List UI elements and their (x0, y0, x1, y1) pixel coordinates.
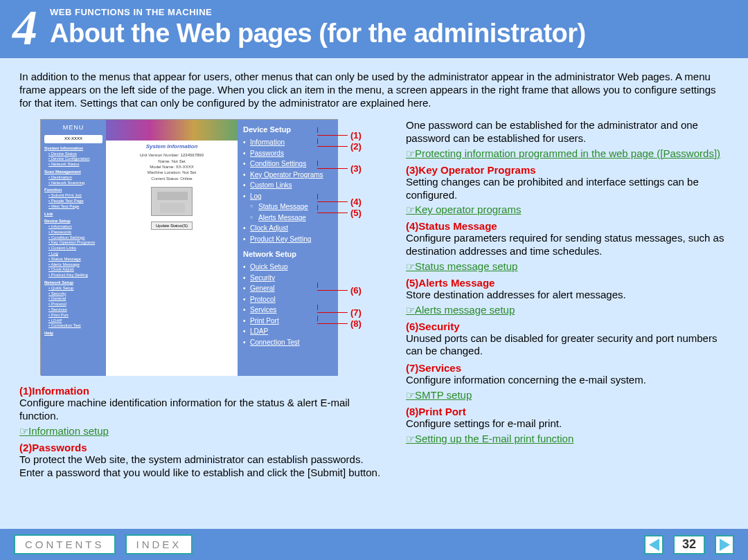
mini-sidebar-item: • Status Message (44, 257, 103, 262)
left-item-title-0: (1)Information (19, 385, 386, 397)
callout-2: (2) (317, 141, 362, 152)
right-item-link-1[interactable]: ☞Status message setup (406, 260, 517, 272)
right-item-body-4: Configure information concerning the e-m… (406, 374, 729, 387)
link-protecting-passwords[interactable]: ☞Protecting information programmed in th… (406, 147, 720, 159)
mini-sidebar-item: • LDAP (44, 318, 103, 324)
callout-1: (1) (317, 130, 362, 141)
right-item-title-2: (5)Alerts Message (406, 277, 729, 289)
mini-sidebar-item: • Destination (44, 175, 103, 181)
index-button[interactable]: INDEX (125, 534, 193, 554)
left-item-body-1: To protect the Web site, the system admi… (19, 453, 386, 480)
mini-sidebar-section: System Information (44, 146, 103, 152)
mini-main-frame: System Information Unit Version Number: … (106, 120, 238, 376)
right-item-link-0[interactable]: ☞Key operator programs (406, 204, 521, 215)
left-column: MENU XX-XXXX System Information• Device … (19, 119, 386, 481)
right-item-body-2: Store destination addresses for alert me… (406, 289, 729, 302)
mini-sidebar-item: • Information (44, 224, 103, 230)
right-column: One password can be established for the … (406, 119, 729, 481)
mini-sidebar-section: Network Setup (44, 280, 103, 286)
page-title: About the Web pages (for the administrat… (50, 19, 748, 48)
contents-button[interactable]: CONTENTS (14, 534, 116, 554)
mini-info-line: Model Name: XX-XXXX (113, 164, 231, 170)
mini-sidebar-section: Scan Management (44, 170, 103, 175)
mini-sidebar-item: • Log (44, 251, 103, 257)
mini-sidebar-item: • Web Test Page (44, 204, 103, 210)
mini-model-box: XX-XXXX (44, 135, 103, 143)
triangle-left-icon (649, 539, 659, 551)
mini-sidebar-item: • General (44, 296, 103, 302)
mini-sidebar-item: • Services (44, 307, 103, 313)
ds-item: Clock Adjust (243, 223, 332, 234)
mini-update-status-button: Update Status(S) (151, 222, 193, 230)
mini-system-info-label: System Information (106, 141, 238, 152)
ns-item: Quick Setup (243, 262, 332, 273)
page-number: 32 (673, 535, 705, 554)
right-item-title-4: (7)Services (406, 362, 729, 374)
right-item-title-5: (8)Print Port (406, 406, 729, 417)
mini-sidebar-section: Device Setup (44, 219, 103, 224)
mini-sidebar-item: • Device Configuration (44, 156, 103, 162)
left-item-link-0[interactable]: ☞Information setup (19, 425, 109, 437)
mini-info-line: Name: Not Set (113, 159, 231, 164)
prev-page-button[interactable] (644, 535, 664, 554)
mini-sidebar-item: • Quick Setup (44, 286, 103, 291)
callout-4: (4) (317, 197, 362, 207)
right-item-link-4[interactable]: ☞SMTP setup (406, 389, 472, 401)
mini-sidebar-item: • Custom Links (44, 246, 103, 251)
right-item-title-0: (3)Key Operator Programs (406, 164, 729, 176)
admin-webpage-screenshot: MENU XX-XXXX System Information• Device … (40, 119, 338, 375)
mini-sidebar-section: Help (44, 331, 103, 336)
ns-item: Security (243, 273, 332, 284)
right-item-link-5[interactable]: ☞Setting up the E-mail print function (406, 433, 573, 444)
mini-sidebar-item: • Network Status (44, 162, 103, 168)
mini-sidebar-item: • Security (44, 291, 103, 297)
mini-sidebar-section: Link (44, 212, 103, 217)
mini-sidebar-item: • Connection Test (44, 323, 103, 329)
chapter-number: 4 (0, 3, 50, 53)
mini-sidebar-item: • Condition Settings (44, 235, 103, 241)
mini-info-lines: Unit Version Number: 1234567890Name: Not… (106, 152, 238, 181)
content-area: In addition to the menus that appear for… (0, 58, 748, 481)
mini-sidebar-item: • Device Status (44, 152, 103, 157)
mini-sidebar-item: • Passwords (44, 230, 103, 235)
mini-device-setup-panel: Device Setup InformationPasswordsConditi… (238, 120, 338, 376)
footer-bar: CONTENTS INDEX 32 (0, 529, 748, 560)
left-item-body-0: Configure machine identification informa… (19, 397, 386, 423)
mini-info-line: Current Status: Online (113, 176, 231, 181)
left-item-title-1: (2)Passwords (19, 442, 386, 453)
right-item-body-1: Configure parameters required for sendin… (406, 232, 729, 258)
right-item-body-5: Configure settings for e-mail print. (406, 417, 729, 431)
ds-item: Custom Links (243, 180, 332, 191)
printer-icon (151, 187, 193, 216)
mini-info-line: Unit Version Number: 1234567890 (113, 152, 231, 158)
mini-sidebar-item: • Protocol (44, 302, 103, 307)
mini-sidebar-item: • Key Operator Programs (44, 240, 103, 246)
mini-banner (106, 120, 238, 141)
mini-sidebar-item: • Product Key Setting (44, 273, 103, 278)
triangle-right-icon (720, 539, 730, 551)
mini-sidebar-item: • Alerts Message (44, 262, 103, 268)
callout-8: (8) (317, 318, 362, 329)
ns-item: Connection Test (243, 337, 332, 348)
right-item-link-2[interactable]: ☞Alerts message setup (406, 304, 515, 316)
header-overline: WEB FUNCTIONS IN THE MACHINE (50, 7, 748, 17)
mini-sidebar-item: • Submit Print Job (44, 193, 103, 199)
right-item-title-1: (4)Status Message (406, 220, 729, 232)
ds-item: Product Key Setting (243, 234, 332, 245)
right-intro-text: One password can be established for the … (406, 119, 729, 145)
mini-sidebar-section: Function (44, 188, 103, 193)
intro-paragraph: In addition to the menus that appear for… (19, 71, 729, 109)
next-page-button[interactable] (715, 535, 734, 554)
callout-3: (3) (317, 163, 362, 174)
right-item-body-0: Setting changes can be prohibited and in… (406, 176, 729, 202)
callout-5: (5) (317, 208, 362, 218)
body-columns: MENU XX-XXXX System Information• Device … (19, 119, 729, 481)
callout-7: (7) (317, 307, 362, 318)
chapter-header: 4 WEB FUNCTIONS IN THE MACHINE About the… (0, 0, 748, 58)
mini-sidebar-item: • Print Port (44, 313, 103, 318)
callout-6: (6) (317, 285, 362, 296)
mini-sidebar-item: • People Test Page (44, 199, 103, 204)
mini-info-line: Machine Location: Not Set (113, 170, 231, 175)
mini-sidebar: MENU XX-XXXX System Information• Device … (41, 120, 106, 376)
network-setup-head: Network Setup (243, 249, 332, 260)
